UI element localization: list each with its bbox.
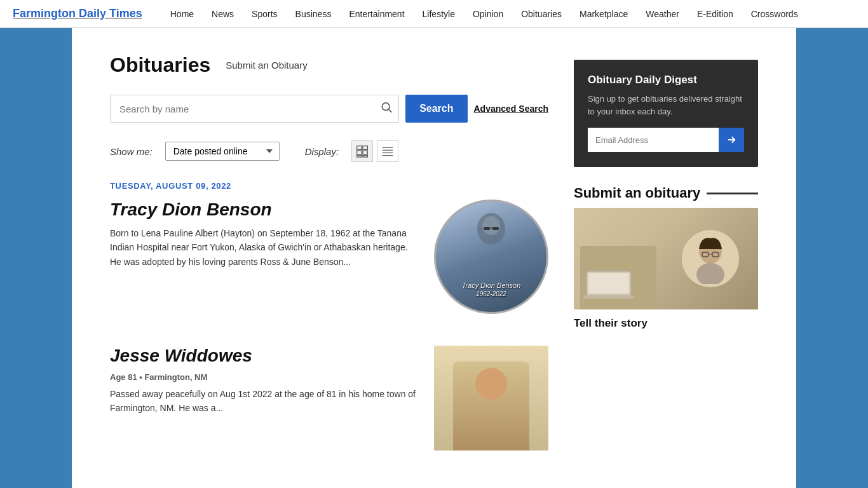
svg-rect-7 xyxy=(363,156,368,158)
jesse-head xyxy=(475,368,507,400)
advanced-search-link[interactable]: Advanced Search xyxy=(474,104,549,114)
brand-name-colored: Daily Times xyxy=(79,7,142,20)
nav-item-entertainment: Entertainment xyxy=(340,0,413,28)
nav-item-eedition: E-Edition xyxy=(688,0,742,28)
nav-item-home: Home xyxy=(161,0,203,28)
nav-item-weather: Weather xyxy=(637,0,688,28)
nav-item-crosswords: Crosswords xyxy=(742,0,807,28)
sidebar-submit: Submit an obituary xyxy=(574,185,758,330)
display-grid-button[interactable] xyxy=(351,140,373,162)
obit-card-tracy: Tracy Dion Benson Born to Lena Pauline A… xyxy=(110,200,548,314)
brand-name-plain: Farmington xyxy=(13,7,79,20)
obit-excerpt-jesse: Passed away peacefully on Aug 1st 2022 a… xyxy=(110,387,421,416)
search-row: Search Advanced Search xyxy=(110,95,548,123)
show-me-select[interactable]: Date posted onlineAlphabeticalDate of pa… xyxy=(165,142,280,161)
laptop-icon xyxy=(583,268,634,300)
sidebar-digest: Obituary Daily Digest Sign up to get obi… xyxy=(574,60,758,167)
date-section: Tuesday, August 09, 2022 xyxy=(110,181,548,191)
display-list-button[interactable] xyxy=(377,140,398,162)
grid-icon xyxy=(356,145,369,158)
list-icon xyxy=(381,145,394,158)
obit-photo-tracy[interactable]: Tracy Dion Benson 1962-2022 xyxy=(434,200,548,314)
svg-rect-6 xyxy=(357,156,362,158)
nav-link-sports[interactable]: Sports xyxy=(243,0,286,28)
submit-image xyxy=(574,208,758,309)
obit-text-tracy: Tracy Dion Benson Born to Lena Pauline A… xyxy=(110,200,421,269)
nav-link-eedition[interactable]: E-Edition xyxy=(688,0,742,28)
nav-link-business[interactable]: Business xyxy=(287,0,341,28)
nav-item-obituaries: Obituaries xyxy=(512,0,571,28)
svg-rect-5 xyxy=(363,151,368,154)
site-brand[interactable]: Farmington Daily Times xyxy=(13,7,142,20)
svg-rect-4 xyxy=(357,151,362,154)
nav-link-opinion[interactable]: Opinion xyxy=(464,0,512,28)
nav-item-lifestyle: Lifestyle xyxy=(414,0,464,28)
obit-photo-jesse[interactable] xyxy=(434,346,548,451)
navbar: Farmington Daily Times HomeNewsSportsBus… xyxy=(0,0,868,28)
tracy-photo-text: Tracy Dion Benson 1962-2022 xyxy=(462,281,521,298)
arrow-right-icon xyxy=(726,134,737,146)
nav-link-lifestyle[interactable]: Lifestyle xyxy=(414,0,464,28)
nav-links: HomeNewsSportsBusinessEntertainmentLifes… xyxy=(161,0,807,28)
search-input[interactable] xyxy=(110,95,399,123)
display-options xyxy=(351,140,398,162)
obit-name-tracy[interactable]: Tracy Dion Benson xyxy=(110,200,421,220)
submit-obituary-link[interactable]: Submit an Obituary xyxy=(226,60,307,71)
nav-item-marketplace: Marketplace xyxy=(571,0,637,28)
jesse-figure xyxy=(453,362,529,451)
nav-link-crosswords[interactable]: Crosswords xyxy=(742,0,807,28)
svg-point-0 xyxy=(382,103,390,111)
person-graphic xyxy=(682,230,739,287)
obit-card-jesse: Jesse Widdowes Age 81 • Farmington, NM P… xyxy=(110,346,548,451)
nav-item-opinion: Opinion xyxy=(464,0,512,28)
main-content: Obituaries Submit an Obituary Search Adv… xyxy=(110,53,548,482)
nav-link-news[interactable]: News xyxy=(203,0,243,28)
tracy-photo-graphic xyxy=(459,207,523,270)
svg-rect-25 xyxy=(583,295,634,299)
person-icon xyxy=(685,233,736,284)
obit-excerpt-tracy: Born to Lena Pauline Albert (Hayton) on … xyxy=(110,226,421,269)
svg-rect-24 xyxy=(588,273,629,294)
svg-rect-3 xyxy=(363,146,368,150)
display-label: Display: xyxy=(305,146,339,157)
nav-link-entertainment[interactable]: Entertainment xyxy=(340,0,413,28)
svg-point-22 xyxy=(696,263,724,284)
search-icon-button[interactable] xyxy=(380,101,393,117)
submit-cta: Tell their story xyxy=(574,317,758,330)
sidebar: Obituary Daily Digest Sign up to get obi… xyxy=(574,53,758,482)
submit-title: Submit an obituary xyxy=(574,185,758,201)
email-input[interactable] xyxy=(588,128,719,152)
nav-link-obituaries[interactable]: Obituaries xyxy=(512,0,571,28)
nav-link-weather[interactable]: Weather xyxy=(637,0,688,28)
page-wrapper: Obituaries Submit an Obituary Search Adv… xyxy=(72,28,796,488)
page-title-row: Obituaries Submit an Obituary xyxy=(110,53,548,77)
search-button[interactable]: Search xyxy=(405,95,467,123)
svg-rect-2 xyxy=(357,146,362,150)
search-input-wrap xyxy=(110,95,399,123)
obit-name-jesse[interactable]: Jesse Widdowes xyxy=(110,346,421,366)
tracy-dates-overlay: 1962-2022 xyxy=(462,290,521,298)
nav-link-marketplace[interactable]: Marketplace xyxy=(571,0,637,28)
email-row xyxy=(588,128,744,152)
nav-item-business: Business xyxy=(287,0,341,28)
show-me-label: Show me: xyxy=(110,146,153,157)
digest-description: Sign up to get obituaries delivered stra… xyxy=(588,93,744,118)
svg-point-13 xyxy=(482,216,500,235)
obit-text-jesse: Jesse Widdowes Age 81 • Farmington, NM P… xyxy=(110,346,421,416)
page-title: Obituaries xyxy=(110,53,210,77)
svg-line-1 xyxy=(389,109,392,112)
nav-link-home[interactable]: Home xyxy=(161,0,203,28)
filters-row: Show me: Date posted onlineAlphabeticalD… xyxy=(110,140,548,162)
digest-title: Obituary Daily Digest xyxy=(588,74,744,86)
tracy-name-overlay: Tracy Dion Benson xyxy=(462,281,521,290)
svg-rect-14 xyxy=(484,227,490,230)
nav-item-sports: Sports xyxy=(243,0,286,28)
email-submit-button[interactable] xyxy=(719,128,744,152)
search-icon xyxy=(380,101,393,114)
nav-item-news: News xyxy=(203,0,243,28)
svg-rect-15 xyxy=(492,227,499,230)
obit-meta-jesse: Age 81 • Farmington, NM xyxy=(110,372,421,382)
